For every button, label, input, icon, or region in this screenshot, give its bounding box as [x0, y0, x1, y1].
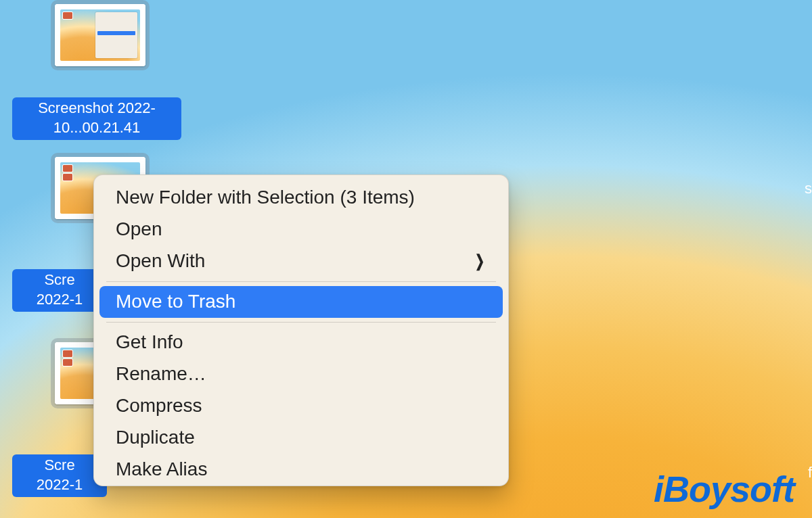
menu-item-get-info[interactable]: Get Info	[99, 327, 503, 358]
menu-item-label: Compress	[116, 395, 202, 417]
context-menu: New Folder with Selection (3 Items) Open…	[93, 174, 509, 486]
cropped-text: s	[805, 180, 812, 197]
file-label: Screenshot 2022-10...00.21.41	[12, 97, 181, 140]
menu-item-compress[interactable]: Compress	[99, 390, 503, 422]
menu-separator	[106, 322, 496, 323]
file-thumbnail	[55, 4, 145, 66]
menu-item-label: Move to Trash	[116, 291, 235, 312]
file-label: Scre 2022-1	[12, 454, 107, 497]
menu-item-open[interactable]: Open	[99, 214, 503, 245]
menu-item-label: Open	[116, 218, 162, 240]
menu-item-move-to-trash[interactable]: Move to Trash	[99, 286, 503, 318]
menu-item-open-with[interactable]: Open With ❯	[99, 245, 503, 277]
menu-separator	[106, 281, 496, 282]
menu-item-duplicate[interactable]: Duplicate	[99, 422, 503, 454]
chevron-right-icon: ❯	[475, 252, 484, 270]
desktop-file-icon[interactable]: Screenshot 2022-10...00.21.41	[46, 0, 154, 70]
menu-item-rename[interactable]: Rename…	[99, 358, 503, 390]
menu-item-label: New Folder with Selection (3 Items)	[116, 187, 415, 208]
menu-item-new-folder-with-selection[interactable]: New Folder with Selection (3 Items)	[99, 182, 503, 214]
watermark-logo: iBoysoft	[654, 468, 794, 510]
menu-item-label: Make Alias	[116, 458, 207, 480]
menu-item-make-alias[interactable]: Make Alias	[99, 454, 503, 486]
file-label: Scre 2022-1	[12, 269, 107, 312]
menu-item-label: Open With	[116, 250, 205, 272]
menu-item-label: Duplicate	[116, 427, 195, 448]
menu-item-label: Get Info	[116, 331, 183, 353]
cropped-text: f	[808, 464, 812, 481]
selection-highlight	[51, 0, 150, 70]
menu-item-label: Rename…	[116, 363, 206, 385]
